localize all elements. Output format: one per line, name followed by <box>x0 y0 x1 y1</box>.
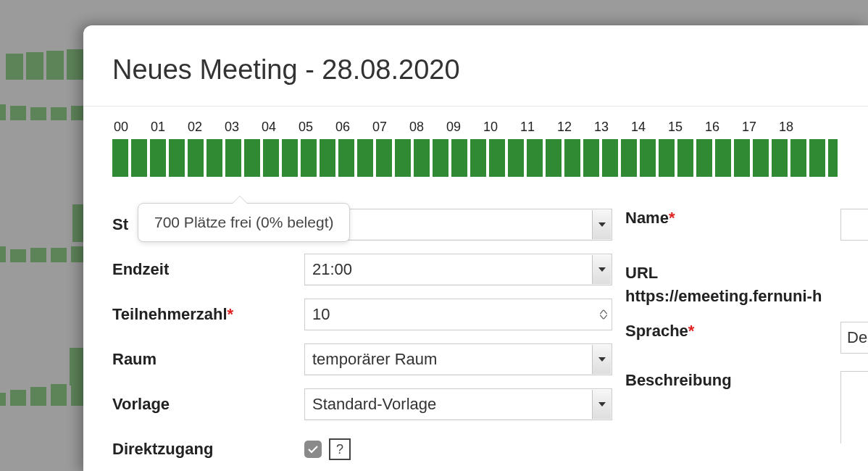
description-label: Beschreibung <box>625 371 840 390</box>
modal-title: Neues Meeting - 28.08.2020 <box>83 25 868 107</box>
timeline-slot[interactable] <box>489 139 505 177</box>
timeline-slot[interactable] <box>734 139 750 177</box>
timeline-slot[interactable] <box>621 139 637 177</box>
timeline-slot[interactable] <box>188 139 204 177</box>
timeline-slot[interactable] <box>451 139 467 177</box>
timeline-hour-label: 11 <box>519 120 556 135</box>
participants-label: Teilnehmerzahl* <box>112 305 304 324</box>
timeline-hour-label: 09 <box>445 120 482 135</box>
timeline-slot[interactable] <box>640 139 656 177</box>
timeline-slot[interactable] <box>263 139 279 177</box>
language-label: Sprache* <box>625 322 840 341</box>
timeline-slot[interactable] <box>583 139 599 177</box>
end-time-select[interactable]: 21:00 <box>304 254 612 285</box>
timeline-slot[interactable] <box>696 139 712 177</box>
timeline-hour-label: 07 <box>371 120 408 135</box>
timeline-slot[interactable] <box>753 139 769 177</box>
timeline-slot[interactable] <box>225 139 241 177</box>
timeline-slot[interactable] <box>508 139 524 177</box>
end-time-label: Endzeit <box>112 260 304 279</box>
template-select[interactable]: Standard-Vorlage <box>304 388 612 420</box>
timeline-slot[interactable] <box>112 139 128 177</box>
timeline-hour-label: 13 <box>593 120 630 135</box>
timeline-hour-label: 10 <box>482 120 519 135</box>
timeline-slot[interactable] <box>301 139 317 177</box>
timeline-hour-label: 06 <box>334 120 371 135</box>
timeline-hour-label: 04 <box>260 120 297 135</box>
timeline-slot[interactable] <box>131 139 147 177</box>
timeline-slot[interactable] <box>564 139 580 177</box>
timeline-slot[interactable] <box>790 139 806 177</box>
timeline-slot[interactable] <box>338 139 354 177</box>
timeline-slot[interactable] <box>809 139 825 177</box>
timeline-hour-label: 16 <box>704 120 740 135</box>
timeline-hour-label: 05 <box>297 120 334 135</box>
timeline-hour-label: 01 <box>149 120 186 135</box>
timeline-slot[interactable] <box>395 139 411 177</box>
timeline-hour-label: 12 <box>556 120 593 135</box>
availability-timeline: 00010203040506070809101112131415161718 <box>83 107 868 187</box>
timeline-slot[interactable] <box>320 139 335 177</box>
timeline-slot[interactable] <box>715 139 731 177</box>
direct-access-label: Direktzugang <box>112 440 304 459</box>
direct-access-checkbox[interactable] <box>304 441 322 458</box>
url-value: https://emeeting.fernuni-h <box>625 287 868 306</box>
timeline-slot[interactable] <box>546 139 562 177</box>
timeline-hour-label: 08 <box>408 120 445 135</box>
start-time-select[interactable]: 0 <box>304 209 612 241</box>
timeline-slot[interactable] <box>602 139 618 177</box>
stepper-icon[interactable] <box>600 310 607 320</box>
language-select[interactable]: De <box>840 322 868 354</box>
timeline-hour-label: 15 <box>667 120 704 135</box>
timeline-slot[interactable] <box>244 139 260 177</box>
timeline-slot[interactable] <box>828 139 838 177</box>
timeline-slot[interactable] <box>169 139 185 177</box>
name-input[interactable] <box>840 209 868 241</box>
chevron-down-icon <box>592 255 611 284</box>
room-label: Raum <box>112 350 304 369</box>
background-bars <box>0 0 83 471</box>
timeline-hour-label: 03 <box>223 120 260 135</box>
timeline-slot[interactable] <box>677 139 693 177</box>
timeline-hour-label: 00 <box>112 120 149 135</box>
timeline-slot[interactable] <box>376 139 392 177</box>
timeline-slot[interactable] <box>470 139 486 177</box>
timeline-slot[interactable] <box>282 139 298 177</box>
availability-tooltip: 700 Plätze frei (0% belegt) <box>138 203 350 242</box>
timeline-slot[interactable] <box>206 139 222 177</box>
chevron-down-icon <box>592 210 611 239</box>
timeline-hour-label: 17 <box>740 120 777 135</box>
timeline-slot[interactable] <box>357 139 373 177</box>
help-button[interactable]: ? <box>329 438 351 460</box>
new-meeting-modal: Neues Meeting - 28.08.2020 0001020304050… <box>83 25 868 471</box>
timeline-hour-label: 14 <box>630 120 667 135</box>
timeline-slot[interactable] <box>527 139 543 177</box>
url-label: URL <box>625 264 868 283</box>
chevron-down-icon <box>592 345 611 374</box>
room-select[interactable]: temporärer Raum <box>304 343 612 375</box>
participants-input[interactable]: 10 <box>304 299 612 330</box>
timeline-slot[interactable] <box>414 139 430 177</box>
description-textarea[interactable] <box>840 371 868 443</box>
chevron-down-icon <box>592 390 611 419</box>
name-label: Name* <box>625 209 840 228</box>
timeline-hour-label: 18 <box>777 120 814 135</box>
timeline-slot[interactable] <box>433 139 448 177</box>
template-label: Vorlage <box>112 395 304 414</box>
timeline-slot[interactable] <box>150 139 166 177</box>
timeline-slot[interactable] <box>659 139 675 177</box>
timeline-hour-label: 02 <box>186 120 223 135</box>
timeline-slot[interactable] <box>772 139 788 177</box>
